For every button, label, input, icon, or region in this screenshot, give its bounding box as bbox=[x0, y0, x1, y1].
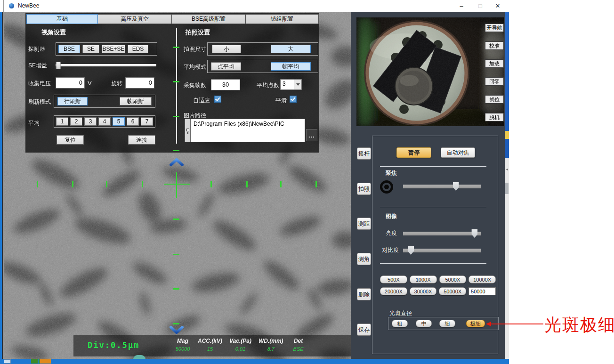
info-value: 0.01 bbox=[235, 346, 245, 352]
voltage-input[interactable]: 0 bbox=[56, 77, 85, 89]
config-tabs: 基础 高压及真空 BSE高级配置 镜组配置 bbox=[26, 14, 319, 24]
autofocus-button[interactable]: 自动对焦 bbox=[441, 147, 475, 158]
avg-point-button[interactable]: 点平均 bbox=[211, 62, 241, 71]
info-value: 8.7 bbox=[267, 346, 275, 352]
detector-eds-button[interactable]: EDS bbox=[128, 45, 148, 53]
taskbar-green-app-icon[interactable] bbox=[31, 359, 38, 364]
background-window-scrollbar: ◂ bbox=[505, 158, 509, 359]
calibrate-button[interactable]: 校准 bbox=[485, 41, 504, 50]
brightness-slider-thumb[interactable] bbox=[471, 229, 477, 238]
spot-extra-fine-button[interactable]: 极细 bbox=[466, 320, 485, 327]
offline-button[interactable]: 脱机 bbox=[485, 113, 504, 121]
delete-button[interactable]: 删除 bbox=[357, 288, 371, 300]
avg-frame-button[interactable]: 帧平均 bbox=[271, 62, 311, 71]
annotation-text: 光斑极细 bbox=[544, 314, 614, 337]
pause-button[interactable]: 暂停 bbox=[396, 147, 431, 158]
spot-diameter-group: 粗 中 细 极细 bbox=[388, 317, 499, 330]
scrollbar-thumb[interactable] bbox=[505, 183, 509, 194]
adaptive-checkbox[interactable] bbox=[214, 96, 221, 103]
path-pin-icon[interactable] bbox=[185, 119, 191, 142]
points-select[interactable]: 3 bbox=[280, 79, 302, 90]
contrast-slider[interactable] bbox=[403, 249, 481, 252]
divider bbox=[380, 263, 486, 264]
mag-500x-button[interactable]: 500X bbox=[380, 275, 407, 283]
frames-input[interactable]: 30 bbox=[211, 79, 240, 90]
measure-angle-button[interactable]: 测角 bbox=[357, 253, 371, 265]
path-input[interactable]: D:\Program Files (x86)\NewBee\PIC bbox=[191, 119, 305, 142]
detector-bse-button[interactable]: BSE bbox=[58, 45, 80, 53]
overlay-tick bbox=[280, 181, 282, 187]
spot-diameter-label: 光斑直径 bbox=[389, 309, 412, 317]
detector-se-button[interactable]: SE bbox=[82, 45, 99, 53]
mag-row-1: 500X 1000X 5000X 10000X bbox=[380, 275, 496, 283]
taskbar-window-icon[interactable] bbox=[4, 359, 11, 364]
spot-medium-button[interactable]: 中 bbox=[416, 320, 432, 327]
connect-button[interactable]: 连接 bbox=[128, 135, 155, 145]
measure-distance-button[interactable]: 测距 bbox=[357, 218, 371, 230]
average-7-button[interactable]: 7 bbox=[141, 117, 153, 126]
photo-settings-title: 拍照设置 bbox=[186, 28, 210, 37]
mag-20000x-button[interactable]: 20000X bbox=[380, 287, 407, 295]
info-value: BSE bbox=[293, 346, 304, 352]
refresh-frame-button[interactable]: 帧刷新 bbox=[120, 97, 152, 105]
video-settings-panel: 视频设置 探测器 BSE SE BSE+SE EDS SE增益 收集电压 0 V… bbox=[25, 26, 163, 149]
average-2-button[interactable]: 2 bbox=[70, 117, 82, 126]
reset-button[interactable]: 复位 bbox=[57, 135, 84, 145]
in-position-button[interactable]: 就位 bbox=[485, 95, 504, 104]
spot-coarse-button[interactable]: 粗 bbox=[392, 320, 408, 327]
focus-slider-thumb[interactable] bbox=[453, 182, 459, 191]
average-1-button[interactable]: 1 bbox=[56, 117, 68, 126]
voltage-unit: V bbox=[88, 80, 92, 87]
titlebar: NewBee – □ ✕ bbox=[4, 0, 505, 12]
voltage-label: 收集电压 bbox=[28, 80, 51, 88]
mag-value-input[interactable] bbox=[469, 287, 496, 295]
maximize-button[interactable]: □ bbox=[472, 0, 488, 12]
se-gain-slider[interactable] bbox=[56, 64, 156, 66]
focus-record-icon[interactable] bbox=[380, 180, 393, 194]
chevron-down-icon[interactable] bbox=[294, 80, 301, 89]
tab-lens-config[interactable]: 镜组配置 bbox=[246, 14, 319, 24]
mag-30000x-button[interactable]: 30000X bbox=[410, 287, 437, 295]
refresh-line-button[interactable]: 行刷新 bbox=[57, 97, 88, 105]
photo-size-small-button[interactable]: 小 bbox=[212, 45, 241, 53]
brightness-slider[interactable] bbox=[403, 232, 481, 235]
se-gain-thumb[interactable] bbox=[56, 62, 61, 69]
return-zero-button[interactable]: 回零 bbox=[485, 77, 504, 86]
mag-1000x-button[interactable]: 1000X bbox=[410, 275, 437, 283]
mag-5000x-button[interactable]: 5000X bbox=[439, 275, 467, 283]
tab-bse-advanced[interactable]: BSE高级配置 bbox=[172, 14, 246, 24]
detector-bse-se-button[interactable]: BSE+SE bbox=[102, 45, 125, 53]
taskbar[interactable] bbox=[0, 359, 509, 364]
chevron-down-icon bbox=[170, 326, 184, 334]
rotation-input[interactable]: 0 bbox=[125, 77, 154, 89]
spot-fine-button[interactable]: 细 bbox=[439, 320, 455, 327]
load-button[interactable]: 加载 bbox=[485, 59, 504, 68]
taskbar-orange-app-icon[interactable] bbox=[39, 359, 51, 364]
save-button[interactable]: 保存 bbox=[357, 324, 371, 336]
focus-slider[interactable] bbox=[403, 185, 481, 188]
info-header: WD.(mm) bbox=[259, 338, 283, 344]
close-button[interactable]: ✕ bbox=[490, 0, 506, 12]
mag-10000x-button[interactable]: 10000X bbox=[469, 275, 496, 283]
contrast-slider-thumb[interactable] bbox=[408, 246, 414, 255]
average-4-button[interactable]: 4 bbox=[98, 117, 111, 126]
average-6-button[interactable]: 6 bbox=[127, 117, 139, 126]
overlay-vertical-axis-line bbox=[176, 28, 177, 144]
app-title: NewBee bbox=[18, 2, 39, 9]
mag-50000x-button[interactable]: 50000X bbox=[439, 287, 466, 295]
average-3-button[interactable]: 3 bbox=[84, 117, 97, 126]
video-settings-title: 视频设置 bbox=[41, 28, 66, 37]
tab-hv-vacuum[interactable]: 高压及真空 bbox=[98, 14, 172, 24]
overlay-tick bbox=[173, 323, 179, 324]
browse-button[interactable]: ... bbox=[306, 129, 317, 141]
minimize-button[interactable]: – bbox=[453, 0, 469, 12]
overlay-tick bbox=[246, 181, 248, 187]
tab-basic[interactable]: 基础 bbox=[26, 14, 98, 24]
open-navigation-button[interactable]: 开导航 bbox=[485, 24, 504, 32]
photo-size-large-button[interactable]: 大 bbox=[271, 45, 311, 53]
refresh-mode-label: 刷新模式 bbox=[28, 98, 51, 106]
average-5-button[interactable]: 5 bbox=[113, 117, 125, 126]
smooth-checkbox[interactable] bbox=[290, 96, 297, 103]
joystick-button[interactable]: 摇杆 bbox=[357, 147, 371, 160]
capture-button[interactable]: 拍照 bbox=[357, 183, 371, 195]
